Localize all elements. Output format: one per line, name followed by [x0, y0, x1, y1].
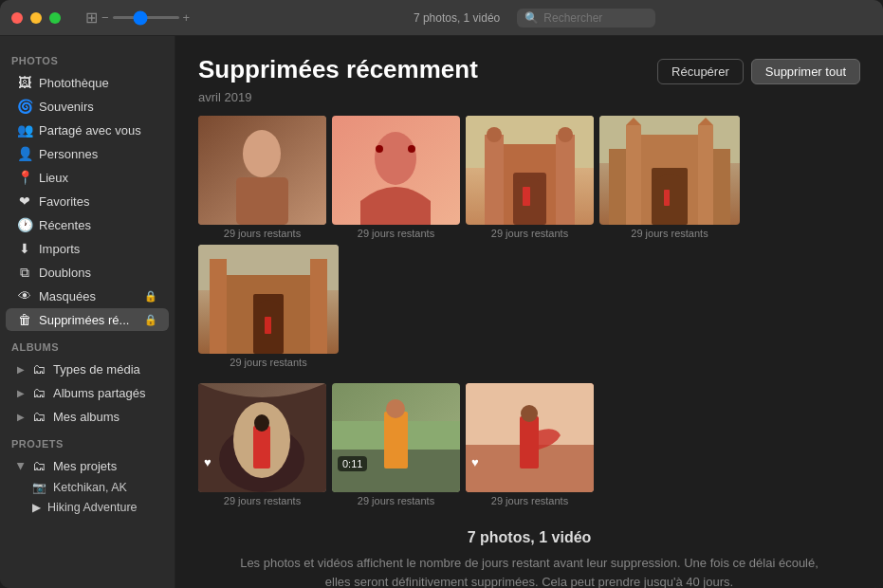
photo-heart-6: ♥ [204, 455, 212, 469]
zoom-control: ⊞ − + [68, 9, 190, 27]
maximize-button[interactable] [49, 12, 61, 24]
sidebar-label-mes-albums: Mes albums [53, 410, 120, 424]
photo-item-4[interactable]: 29 jours restants [599, 116, 740, 239]
types-media-expand-icon: ▶ [17, 364, 25, 375]
date-label: avril 2019 [198, 90, 860, 104]
svg-rect-23 [664, 190, 670, 206]
sidebar-label-phototheque: Photothèque [39, 76, 109, 90]
recover-button[interactable]: Récupérer [657, 59, 744, 84]
svg-point-35 [254, 414, 269, 432]
sidebar-item-ketchikan[interactable]: 📷 Ketchikan, AK [6, 478, 169, 497]
photo-item-6[interactable]: ♥ 29 jours restants [198, 383, 326, 506]
sidebar-item-imports[interactable]: ⬇ Imports [6, 237, 169, 260]
summary-text: Les photos et vidéos affichent le nombre… [236, 554, 822, 588]
sidebar-label-imports: Imports [39, 242, 80, 256]
sidebar-item-hiking[interactable]: ▶ Hiking Adventure [6, 498, 169, 517]
photo-grid-row1: 29 jours restants 29 jou [198, 116, 860, 368]
photos-section-label: Photos [0, 46, 175, 70]
albums-section-label: Albums [0, 332, 175, 357]
sidebar-item-recentes[interactable]: 🕐 Récentes [6, 213, 169, 236]
hiking-icon: ▶ [32, 501, 41, 514]
svg-point-4 [375, 132, 416, 185]
sidebar-item-mes-albums[interactable]: ▶ 🗂 Mes albums [6, 405, 169, 428]
svg-rect-21 [626, 125, 641, 225]
sidebar-item-personnes[interactable]: 👤 Personnes [6, 142, 169, 165]
sidebar-item-souvenirs[interactable]: 🌀 Souvenirs [6, 95, 169, 118]
masquees-lock-icon: 🔒 [144, 290, 157, 303]
sidebar-item-lieux[interactable]: 📍 Lieux [6, 166, 169, 189]
svg-rect-30 [265, 317, 271, 334]
photo-item-7[interactable]: 0:11 29 jours restants [332, 383, 460, 506]
sidebar-item-doublons[interactable]: ⧉ Doublons [6, 261, 169, 284]
photo-item-3[interactable]: 29 jours restants [466, 116, 594, 239]
svg-rect-44 [520, 416, 539, 469]
types-media-icon: 🗂 [31, 361, 46, 377]
svg-rect-28 [210, 259, 227, 354]
svg-point-45 [521, 405, 538, 422]
souvenirs-icon: 🌀 [17, 99, 32, 114]
photo-item-8[interactable]: ♥ 29 jours restants [466, 383, 594, 506]
svg-rect-12 [556, 135, 575, 225]
partage-icon: 👥 [17, 122, 32, 138]
zoom-plus-label: + [183, 10, 191, 25]
recentes-icon: 🕐 [17, 217, 32, 232]
photo-caption-3: 29 jours restants [466, 228, 594, 239]
masquees-icon: 👁 [17, 288, 32, 303]
titlebar-stats: 7 photos, 1 vidéo [414, 11, 500, 25]
photo-caption-1: 29 jours restants [198, 228, 326, 239]
photo-grid-row2: ♥ 29 jours restants [198, 383, 860, 506]
svg-rect-22 [698, 125, 713, 225]
zoom-slider[interactable] [113, 16, 179, 19]
content-header: Supprimées récemment Récupérer Supprimer… [198, 55, 860, 84]
svg-rect-11 [485, 135, 504, 225]
summary-title: 7 photos, 1 vidéo [236, 529, 822, 546]
header-buttons: Récupérer Supprimer tout [657, 59, 860, 84]
photo-caption-6: 29 jours restants [198, 495, 326, 506]
photo-caption-8: 29 jours restants [466, 495, 594, 506]
close-button[interactable] [11, 12, 23, 24]
sidebar-item-mes-projets[interactable]: ▶ 🗂 Mes projets [6, 454, 169, 477]
sidebar-item-supprimees[interactable]: 🗑 Supprimées ré... 🔒 [6, 308, 169, 331]
search-input[interactable] [543, 11, 648, 25]
svg-point-1 [243, 130, 281, 177]
photo-item-1[interactable]: 29 jours restants [198, 116, 326, 239]
photo-item-2[interactable]: 29 jours restants [332, 116, 460, 239]
zoom-view-icon: ⊞ [85, 9, 98, 27]
sidebar-label-doublons: Doublons [39, 266, 91, 280]
sidebar-item-albums-partages[interactable]: ▶ 🗂 Albums partagés [6, 381, 169, 404]
minimize-button[interactable] [30, 12, 42, 24]
sidebar-label-ketchikan: Ketchikan, AK [53, 481, 127, 494]
favorites-icon: ❤ [17, 193, 32, 209]
svg-point-6 [408, 145, 415, 153]
sidebar: Photos 🖼 Photothèque 🌀 Souvenirs 👥 Parta… [0, 36, 175, 588]
sidebar-label-supprimees: Supprimées ré... [39, 313, 129, 327]
sidebar-item-phototheque[interactable]: 🖼 Photothèque [6, 71, 169, 94]
sidebar-item-partage[interactable]: 👥 Partagé avec vous [6, 119, 169, 141]
mes-projets-expand-icon: ▶ [16, 462, 27, 469]
summary-section: 7 photos, 1 vidéo Les photos et vidéos a… [198, 529, 860, 588]
sidebar-label-albums-partages: Albums partagés [53, 386, 146, 400]
sidebar-item-types-media[interactable]: ▶ 🗂 Types de média [6, 358, 169, 380]
delete-all-button[interactable]: Supprimer tout [751, 59, 860, 84]
sidebar-label-mes-projets: Mes projets [53, 459, 117, 473]
sidebar-item-masquees[interactable]: 👁 Masquées 🔒 [6, 285, 169, 307]
zoom-minus-label: − [101, 10, 109, 25]
mes-albums-expand-icon: ▶ [17, 412, 25, 422]
mes-projets-icon: 🗂 [31, 458, 46, 473]
svg-rect-34 [253, 426, 270, 469]
photo-caption-4: 29 jours restants [599, 228, 740, 239]
svg-point-5 [376, 145, 383, 153]
mes-albums-icon: 🗂 [31, 409, 46, 424]
titlebar: ⊞ − + 7 photos, 1 vidéo 🔍 [0, 0, 883, 36]
sidebar-label-souvenirs: Souvenirs [39, 100, 94, 114]
sidebar-label-hiking: Hiking Adventure [47, 501, 138, 514]
sidebar-label-partage: Partagé avec vous [39, 123, 141, 138]
svg-point-40 [386, 399, 405, 418]
personnes-icon: 👤 [17, 146, 32, 161]
sidebar-label-favorites: Favorites [39, 194, 89, 209]
projects-section-label: Projets [0, 429, 175, 453]
sidebar-item-favorites[interactable]: ❤ Favorites [6, 190, 169, 212]
search-bar[interactable]: 🔍 [517, 9, 655, 28]
photo-item-5[interactable]: 29 jours restants [198, 245, 339, 368]
sidebar-label-types-media: Types de média [53, 362, 140, 377]
